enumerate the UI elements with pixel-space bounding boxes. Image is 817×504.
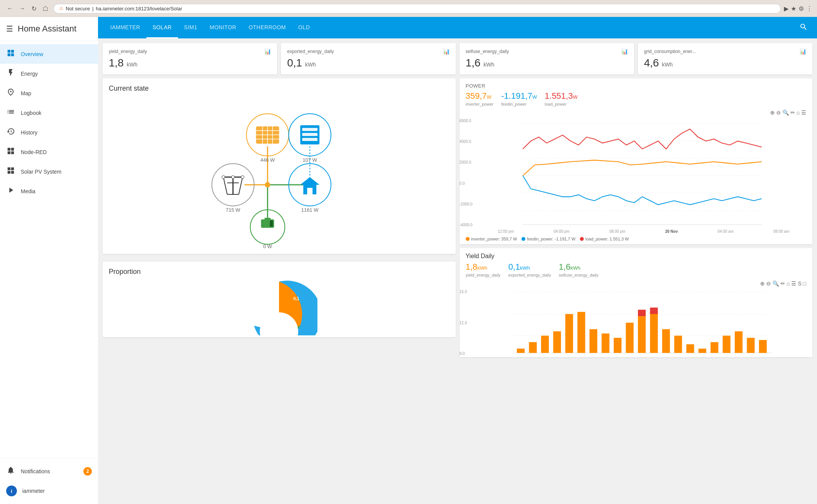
tab-monitor[interactable]: MONITOR bbox=[204, 17, 242, 38]
sidebar-item-user[interactable]: i iammeter bbox=[0, 481, 98, 501]
history-icon bbox=[6, 127, 15, 138]
back-button[interactable]: ← bbox=[5, 4, 15, 13]
sidebar-item-notifications[interactable]: Notifications 2 bbox=[0, 461, 98, 481]
svg-point-43 bbox=[241, 176, 244, 179]
zoom-out-button[interactable]: ⊖ bbox=[776, 109, 781, 116]
exported-energy-group: 0,1kWh exported_energy_daily bbox=[508, 262, 551, 277]
svg-rect-10 bbox=[8, 171, 10, 174]
sidebar-header: ☰ Home Assistant bbox=[0, 17, 98, 41]
svg-rect-84 bbox=[674, 336, 682, 353]
menu-button[interactable]: ⋮ bbox=[806, 5, 812, 12]
power-y-axis: 6000.0 4000.0 2000.0 0.0 -2000.0 -4000.0 bbox=[460, 117, 475, 229]
sidebar-item-solar-pv[interactable]: Solar PV System bbox=[0, 162, 98, 181]
yield-value-number: 1,8 bbox=[109, 57, 124, 69]
y-yield-15: 15.0 bbox=[460, 290, 475, 294]
exported-energy-label: exported_energy_daily bbox=[508, 273, 551, 277]
donut-chart: 0,1 bbox=[103, 276, 456, 337]
stat-card-grid-header: grid_consumption_ener... 📊 bbox=[644, 48, 806, 55]
tab-old[interactable]: OLD bbox=[292, 17, 316, 38]
yield-options-button[interactable]: ☰ bbox=[791, 280, 796, 287]
sidebar-item-overview[interactable]: Overview bbox=[0, 44, 98, 64]
map-label: Map bbox=[21, 90, 31, 96]
power-panel: POWER 359,7W inverter_power -1.191,7W fe… bbox=[460, 78, 813, 244]
options-button[interactable]: ☰ bbox=[801, 109, 806, 116]
browser-chrome: ← → ↻ ☖ ⚠ Not secure | ha.iammeter.com:1… bbox=[0, 0, 817, 17]
magnify-button[interactable]: 🔍 bbox=[782, 109, 789, 116]
svg-rect-82 bbox=[650, 308, 658, 314]
tab-otherroom[interactable]: OTHERROOM bbox=[242, 17, 292, 38]
svg-rect-89 bbox=[735, 332, 742, 353]
power-section-label: POWER bbox=[466, 83, 807, 89]
reset-button[interactable]: ⌂ bbox=[797, 109, 800, 116]
tab-sim1[interactable]: SIM1 bbox=[178, 17, 204, 38]
yield-zoom-out-button[interactable]: ⊖ bbox=[766, 280, 771, 287]
avatar-letter: i bbox=[11, 488, 12, 494]
energy-icon bbox=[6, 68, 15, 79]
legend-load: load_power: 1.551,3 W bbox=[580, 237, 629, 241]
proportion-panel: Proportion bbox=[103, 262, 456, 337]
sidebar-item-history[interactable]: History bbox=[0, 123, 98, 142]
yield-magnify-button[interactable]: 🔍 bbox=[772, 280, 779, 287]
svg-rect-88 bbox=[722, 336, 730, 353]
y-label-neg4000: -4000.0 bbox=[460, 223, 475, 227]
exported-daily-icon[interactable]: 📊 bbox=[443, 48, 450, 55]
svg-rect-9 bbox=[11, 167, 14, 170]
yield-pan-button[interactable]: ✏ bbox=[780, 280, 785, 287]
selfuse-daily-value: 1,6 kWh bbox=[466, 57, 628, 69]
address-bar[interactable]: ⚠ Not secure | ha.iammeter.com:18123/lov… bbox=[53, 4, 781, 13]
yield-extra1-button[interactable]: S bbox=[798, 280, 801, 287]
refresh-button[interactable]: ↻ bbox=[29, 4, 39, 13]
svg-point-17 bbox=[265, 182, 270, 187]
yield-daily-icon[interactable]: 📊 bbox=[264, 48, 271, 55]
sidebar-item-energy[interactable]: Energy bbox=[0, 64, 98, 83]
yield-daily-label: yield_energy_daily bbox=[109, 49, 147, 54]
sidebar-item-media[interactable]: Media bbox=[0, 181, 98, 201]
x-label-1600: 04:00 pm bbox=[554, 229, 570, 234]
solar-pv-icon bbox=[6, 166, 15, 177]
svg-rect-72 bbox=[553, 332, 561, 353]
svg-rect-85 bbox=[686, 344, 694, 353]
media-icon bbox=[6, 186, 15, 196]
extensions-button[interactable]: ⚙ bbox=[799, 5, 804, 12]
forward-button[interactable]: → bbox=[17, 4, 28, 13]
y-label-6000: 6000.0 bbox=[460, 119, 475, 123]
svg-rect-2 bbox=[8, 53, 10, 56]
x-label-2000: 08:00 pm bbox=[609, 229, 626, 234]
yield-bar-chart-area: 15.0 12.0 9.0 bbox=[460, 288, 813, 357]
home-button[interactable]: ☖ bbox=[40, 4, 50, 13]
grid-consumption-icon[interactable]: 📊 bbox=[800, 48, 806, 55]
yield-reset-button[interactable]: ⌂ bbox=[787, 280, 790, 287]
svg-rect-6 bbox=[8, 151, 10, 154]
svg-rect-69 bbox=[517, 349, 525, 353]
svg-rect-76 bbox=[601, 333, 609, 353]
tab-solar[interactable]: SOLAR bbox=[146, 17, 178, 38]
pan-button[interactable]: ✏ bbox=[790, 109, 795, 116]
svg-rect-80 bbox=[650, 312, 658, 353]
cast-button[interactable]: ▶ bbox=[784, 5, 789, 12]
exported-value-unit: kWh bbox=[305, 61, 316, 68]
search-button[interactable] bbox=[796, 20, 811, 36]
svg-rect-0 bbox=[8, 50, 10, 53]
yield-zoom-in-button[interactable]: ⊕ bbox=[760, 280, 765, 287]
yield-extra2-button[interactable]: □ bbox=[803, 280, 806, 287]
bookmark-button[interactable]: ★ bbox=[791, 5, 796, 12]
stat-card-exported: exported_energy_daily 📊 0,1 kWh bbox=[281, 43, 455, 75]
notifications-label: Notifications bbox=[21, 468, 50, 474]
svg-rect-74 bbox=[577, 312, 585, 353]
power-legend: inverter_power: 359,7 W feedin_power: -1… bbox=[460, 235, 813, 244]
sidebar-item-node-red[interactable]: Node-RED bbox=[0, 142, 98, 162]
svg-line-37 bbox=[223, 177, 227, 194]
sidebar-item-logbook[interactable]: Logbook bbox=[0, 103, 98, 123]
yield-energy-group: 1,8kWh yield_energy_daily bbox=[466, 262, 501, 277]
hamburger-button[interactable]: ☰ bbox=[6, 24, 13, 33]
stat-card-selfuse: selfuse_energy_daily 📊 1,6 kWh bbox=[460, 43, 634, 75]
tab-iammeter[interactable]: IAMMETER bbox=[104, 17, 146, 38]
selfuse-daily-icon[interactable]: 📊 bbox=[621, 48, 628, 55]
legend-feedin: feedin_power: -1.191,7 W bbox=[521, 237, 575, 241]
svg-point-41 bbox=[222, 176, 225, 179]
selfuse-energy-label: selfuse_energy_daily bbox=[559, 273, 598, 277]
sidebar-nav: Overview Energy Map Logbook bbox=[0, 41, 98, 458]
zoom-in-button[interactable]: ⊕ bbox=[770, 109, 775, 116]
sidebar-item-map[interactable]: Map bbox=[0, 83, 98, 103]
power-x-axis: 12:00 pm 04:00 pm 08:00 pm 20 Nov 04:00 … bbox=[460, 229, 813, 235]
